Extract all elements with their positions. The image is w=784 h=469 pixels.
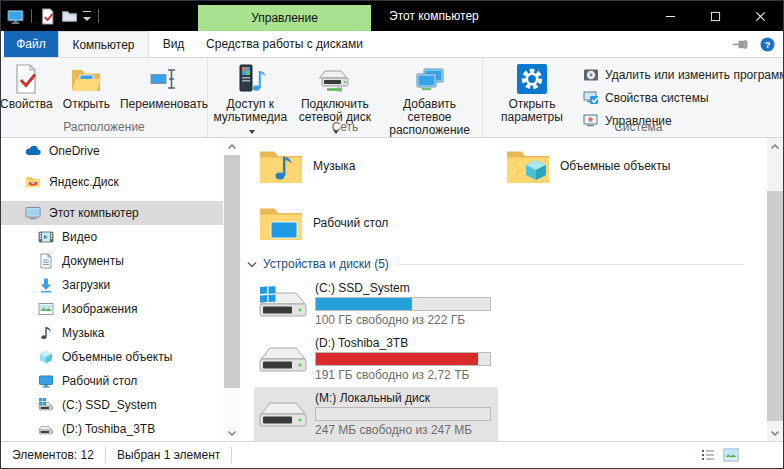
view-buttons <box>700 442 739 468</box>
sidebar-item-pictures[interactable]: Изображения <box>1 297 223 321</box>
drive-large-icon <box>259 341 307 377</box>
drive-tile-c[interactable]: (C:) SSD_System100 ГБ свободно из 222 ГБ <box>254 277 498 331</box>
qat-customize-chevron-icon[interactable] <box>83 11 91 22</box>
add-network-location-icon <box>414 63 446 95</box>
qat-new-folder-icon[interactable] <box>61 8 78 25</box>
separator <box>105 447 106 463</box>
ribbon-group-label: Система <box>483 120 784 134</box>
rename-button[interactable]: Переименовать <box>115 61 213 113</box>
properties-button[interactable]: Свойства <box>0 61 58 113</box>
ribbon-group-system: Открыть параметры Удалить или изменить п… <box>483 58 784 137</box>
downloads-icon <box>38 277 54 293</box>
scroll-up-icon[interactable] <box>767 139 783 155</box>
pin-ribbon-icon[interactable] <box>732 36 749 53</box>
documents-icon <box>38 253 54 269</box>
map-network-drive-icon <box>319 63 351 95</box>
scroll-up-icon[interactable] <box>224 139 240 155</box>
sidebar-item-documents[interactable]: Документы <box>1 249 223 273</box>
section-divider <box>399 264 744 265</box>
devices-and-drives-section: Устройства и диски (5) <box>244 254 744 274</box>
folder-tile-music[interactable]: Музыка <box>254 140 498 192</box>
sidebar-item-3d-objects[interactable]: Объемные объекты <box>1 345 223 369</box>
rename-icon <box>148 63 180 95</box>
sidebar-item-onedrive[interactable]: OneDrive <box>1 139 223 163</box>
tab-view[interactable]: Вид <box>149 31 198 57</box>
contextual-tab-management[interactable]: Управление <box>198 5 371 31</box>
uninstall-program-icon <box>583 67 599 83</box>
separator <box>231 447 232 463</box>
drive-name: (C:) SSD_System <box>315 281 491 295</box>
yandex-disk-icon <box>25 174 41 190</box>
sidebar-item-label: Рабочий стол <box>62 374 137 388</box>
drive-tile-m[interactable]: (M:) Локальный диск247 МБ свободно из 24… <box>254 387 498 441</box>
scroll-down-icon[interactable] <box>767 425 783 441</box>
open-button[interactable]: Открыть <box>58 61 115 113</box>
content-scrollbar-thumb[interactable] <box>767 191 784 421</box>
details-view-button[interactable] <box>700 447 716 463</box>
file-list-pane: МузыкаОбъемные объектыРабочий стол Устро… <box>241 138 768 442</box>
music-icon <box>38 325 54 341</box>
sidebar-item-desktop[interactable]: Рабочий стол <box>1 369 223 393</box>
drive-usage-bar <box>315 407 491 421</box>
help-icon[interactable]: ? <box>760 37 775 52</box>
open-settings-button[interactable]: Открыть параметры <box>483 61 581 129</box>
explorer-window: Управление Этот компьютер Файл Компьютер… <box>0 0 784 469</box>
close-button[interactable] <box>738 1 783 31</box>
folder-name: Объемные объекты <box>560 159 670 173</box>
drive-large-icon <box>259 396 307 432</box>
computer-window-icon <box>7 8 24 25</box>
uninstall-program-button[interactable]: Удалить или изменить программу <box>583 66 784 83</box>
sidebar-item-label: (C:) SSD_System <box>62 398 157 412</box>
drive-info: (D:) Toshiba_3TB191 ГБ свободно из 2,72 … <box>315 336 491 382</box>
sidebar-item-label: Объемные объекты <box>62 350 172 364</box>
folder-desktop-icon <box>259 205 303 241</box>
ribbon-group-network: Доступ к мультимедиа Подключить сетевой … <box>208 58 483 137</box>
folder-name: Музыка <box>313 159 355 173</box>
collapse-chevron-icon[interactable] <box>244 256 260 272</box>
drive-usage-bar <box>315 297 491 311</box>
tab-computer[interactable]: Компьютер <box>58 31 149 57</box>
drive-large-windows-icon <box>259 286 307 322</box>
folder-tile-desktop[interactable]: Рабочий стол <box>254 197 498 249</box>
system-properties-button[interactable]: Свойства системы <box>583 89 784 106</box>
drive-info: (C:) SSD_System100 ГБ свободно из 222 ГБ <box>315 281 491 327</box>
media-access-icon <box>234 63 266 95</box>
ribbon: Свойства Открыть Переименовать Расположе… <box>1 57 783 138</box>
button-label: Свойства системы <box>605 91 709 105</box>
thumbnail-view-button[interactable] <box>723 447 739 463</box>
sidebar-item-label: Яндекс.Диск <box>49 175 119 189</box>
sidebar-item-drive-d[interactable]: (D:) Toshiba_3TB <box>1 417 223 441</box>
sidebar-item-label: Документы <box>62 254 124 268</box>
system-properties-icon <box>583 90 599 106</box>
content-scrollbar[interactable] <box>767 138 784 442</box>
section-title[interactable]: Устройства и диски (5) <box>263 257 389 271</box>
tab-file[interactable]: Файл <box>4 31 58 57</box>
sidebar-item-downloads[interactable]: Загрузки <box>1 273 223 297</box>
folder-tile-3d-objects[interactable]: Объемные объекты <box>501 140 745 192</box>
sidebar-item-yandex-disk[interactable]: Яндекс.Диск <box>1 170 223 194</box>
drive-tile-d[interactable]: (D:) Toshiba_3TB191 ГБ свободно из 2,72 … <box>254 332 498 386</box>
sidebar-item-music[interactable]: Музыка <box>1 321 223 345</box>
scroll-down-icon[interactable] <box>224 425 240 441</box>
folder-name: Рабочий стол <box>313 216 388 230</box>
sidebar-item-drive-c[interactable]: (C:) SSD_System <box>1 393 223 417</box>
separator <box>98 9 99 23</box>
drive-system-icon <box>38 397 54 413</box>
minimize-button[interactable] <box>648 1 693 31</box>
sidebar-scrollbar-thumb[interactable] <box>224 155 240 388</box>
drive-usage-fill <box>316 298 412 310</box>
qat-properties-icon[interactable] <box>39 8 56 25</box>
items-count: Элементов: 12 <box>12 448 94 462</box>
button-label: Удалить или изменить программу <box>605 68 784 82</box>
video-icon <box>38 229 54 245</box>
sidebar-scrollbar[interactable] <box>223 138 241 442</box>
maximize-button[interactable] <box>693 1 738 31</box>
drive-capacity: 100 ГБ свободно из 222 ГБ <box>315 313 491 327</box>
separator <box>31 9 32 23</box>
sidebar-item-video[interactable]: Видео <box>1 225 223 249</box>
folder-music-icon <box>259 148 303 184</box>
selection-count: Выбран 1 элемент <box>117 448 220 462</box>
drive-capacity: 247 МБ свободно из 247 МБ <box>315 423 491 437</box>
sidebar-item-this-pc[interactable]: Этот компьютер <box>1 201 223 225</box>
tab-disk-tools[interactable]: Средства работы с дисками <box>198 31 371 57</box>
